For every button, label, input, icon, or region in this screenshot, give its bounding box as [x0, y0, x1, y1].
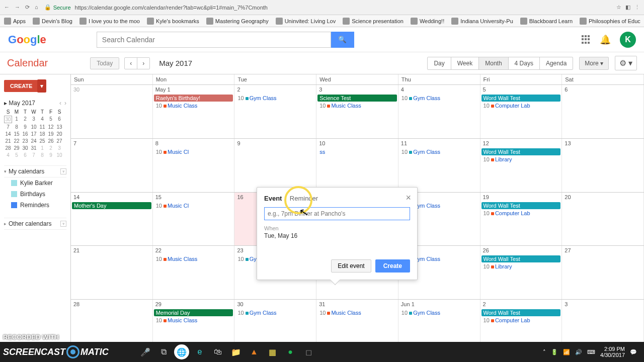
- event-title-input[interactable]: [264, 207, 410, 220]
- chrome-icon[interactable]: 🌐: [174, 344, 189, 359]
- mini-day[interactable]: 8: [38, 152, 46, 158]
- event-chip[interactable]: 10 Music Class: [154, 317, 233, 324]
- close-icon[interactable]: ×: [406, 193, 411, 203]
- event-chip[interactable]: 10 Gym Class: [399, 309, 479, 316]
- day-cell[interactable]: May 1Raelyn's Birthday!10 Music Class: [153, 85, 235, 138]
- view-tab-day[interactable]: Day: [428, 57, 451, 69]
- mini-day[interactable]: 5: [13, 152, 21, 158]
- input-icon[interactable]: ⌨: [587, 349, 595, 355]
- day-cell[interactable]: 210 Gym Class: [234, 85, 316, 138]
- mini-day[interactable]: 24: [30, 138, 38, 144]
- app-icon[interactable]: ▲: [247, 344, 262, 359]
- event-chip[interactable]: Word Wall Test: [481, 255, 561, 262]
- event-chip[interactable]: 10 Computer Lab: [481, 102, 561, 109]
- event-chip[interactable]: 10 Music Class: [154, 102, 233, 109]
- mini-day[interactable]: 26: [47, 138, 55, 144]
- mini-day[interactable]: 9: [21, 124, 29, 130]
- mini-day[interactable]: 1: [13, 116, 21, 123]
- bookmark-item[interactable]: I love you to the moo: [79, 18, 140, 25]
- mini-day[interactable]: 28: [4, 145, 12, 151]
- mini-day[interactable]: 30: [4, 116, 12, 123]
- day-cell[interactable]: 3Science Test10 Music Class: [316, 85, 398, 138]
- day-cell[interactable]: 21: [71, 246, 153, 299]
- event-chip[interactable]: Word Wall Test: [481, 202, 561, 209]
- day-cell[interactable]: 27: [562, 246, 644, 299]
- home-icon[interactable]: ⌂: [35, 4, 38, 11]
- mini-day[interactable]: 4: [38, 116, 46, 123]
- day-cell[interactable]: 10 ss: [316, 139, 398, 192]
- calendar-item[interactable]: Kylie Barker: [4, 177, 66, 189]
- tray-chevron-icon[interactable]: ˄: [543, 349, 546, 355]
- day-cell[interactable]: 26Word Wall Test10 Library: [480, 246, 562, 299]
- mini-day[interactable]: 30: [21, 145, 29, 151]
- search-button[interactable]: 🔍: [331, 32, 354, 48]
- mini-next[interactable]: ›: [64, 100, 66, 107]
- url-bar[interactable]: https://calendar.google.com/calendar/ren…: [75, 5, 616, 11]
- event-chip[interactable]: 10 Gym Class: [235, 309, 315, 316]
- create-button[interactable]: CREATE: [4, 80, 38, 92]
- task-view-icon[interactable]: ⧉: [156, 344, 171, 359]
- day-cell[interactable]: 1110 Gym Class: [398, 139, 480, 192]
- mini-day[interactable]: 1: [38, 145, 46, 151]
- view-tab-week[interactable]: Week: [451, 57, 479, 69]
- menu-icon[interactable]: ⋮: [634, 4, 640, 11]
- day-cell[interactable]: 5Word Wall Test10 Computer Lab: [480, 85, 562, 138]
- event-chip[interactable]: Word Wall Test: [481, 95, 561, 102]
- event-chip[interactable]: 10 Computer Lab: [481, 210, 561, 217]
- avatar[interactable]: K: [620, 32, 636, 48]
- bookmark-item[interactable]: Science presentation: [343, 18, 404, 25]
- mini-day[interactable]: 20: [55, 131, 63, 137]
- mini-day[interactable]: 2: [21, 116, 29, 123]
- bookmark-item[interactable]: Apps: [4, 18, 26, 25]
- event-chip[interactable]: 10 Gym Class: [399, 95, 479, 102]
- event-chip[interactable]: Word Wall Test: [481, 309, 561, 316]
- mini-day[interactable]: 6: [21, 152, 29, 158]
- bookmark-item[interactable]: Kyle's bookmarks: [147, 18, 199, 25]
- view-tab-agenda[interactable]: Agenda: [540, 57, 573, 69]
- mini-day[interactable]: 3: [55, 145, 63, 151]
- day-cell[interactable]: 6: [562, 85, 644, 138]
- mini-day[interactable]: 6: [55, 116, 63, 123]
- mini-day[interactable]: 31: [30, 145, 38, 151]
- bookmark-item[interactable]: Blackboard Learn: [520, 18, 573, 25]
- explorer-icon[interactable]: 📁: [228, 344, 244, 359]
- apps-icon[interactable]: [582, 35, 591, 44]
- event-chip[interactable]: 10 Music Class: [154, 255, 233, 262]
- spotify-icon[interactable]: ●: [283, 344, 298, 359]
- edit-event-button[interactable]: Edit event: [331, 259, 371, 273]
- view-tab-4-days[interactable]: 4 Days: [509, 57, 540, 69]
- day-cell[interactable]: 810 Music Cl: [153, 139, 235, 192]
- calendar-item[interactable]: Birthdays: [4, 189, 66, 200]
- system-clock[interactable]: 2:09 PM 4/30/2017: [600, 346, 625, 358]
- mic-icon[interactable]: 🎤: [138, 344, 153, 359]
- bookmark-item[interactable]: Devin's Blog: [33, 18, 72, 25]
- mini-day[interactable]: 21: [4, 138, 12, 144]
- day-cell[interactable]: 13: [562, 139, 644, 192]
- mini-day[interactable]: 19: [47, 131, 55, 137]
- store-icon[interactable]: 🛍: [210, 344, 225, 359]
- my-calendars-header[interactable]: ▾My calendars▾: [4, 165, 66, 177]
- notes-icon[interactable]: ▦: [265, 344, 280, 359]
- bookmark-item[interactable]: Indiana University-Pu: [451, 18, 513, 25]
- mini-day[interactable]: 8: [13, 124, 21, 130]
- mini-day[interactable]: 18: [38, 131, 46, 137]
- other-calendars-header[interactable]: ▸Other calendars▾: [4, 218, 66, 230]
- day-cell[interactable]: 30: [71, 85, 153, 138]
- mini-day[interactable]: 15: [13, 131, 21, 137]
- day-cell[interactable]: 410 Gym Class: [398, 85, 480, 138]
- event-chip[interactable]: 10 Computer Lab: [481, 317, 561, 324]
- prev-month-button[interactable]: ‹: [125, 58, 137, 69]
- tab-event[interactable]: Event: [264, 195, 282, 202]
- battery-icon[interactable]: 🔋: [551, 349, 558, 355]
- event-chip[interactable]: 10 Music Class: [317, 309, 397, 316]
- event-chip[interactable]: 10 Gym Class: [399, 148, 479, 155]
- forward-icon[interactable]: →: [15, 4, 20, 11]
- mini-day[interactable]: 11: [38, 124, 46, 130]
- event-chip[interactable]: Memorial Day: [154, 309, 233, 316]
- mini-day[interactable]: 14: [4, 131, 12, 137]
- day-cell[interactable]: 20: [562, 193, 644, 246]
- mini-day[interactable]: 10: [30, 124, 38, 130]
- event-chip[interactable]: Word Wall Test: [481, 148, 561, 155]
- event-chip[interactable]: 10 Library: [481, 156, 561, 163]
- search-input[interactable]: [97, 32, 331, 48]
